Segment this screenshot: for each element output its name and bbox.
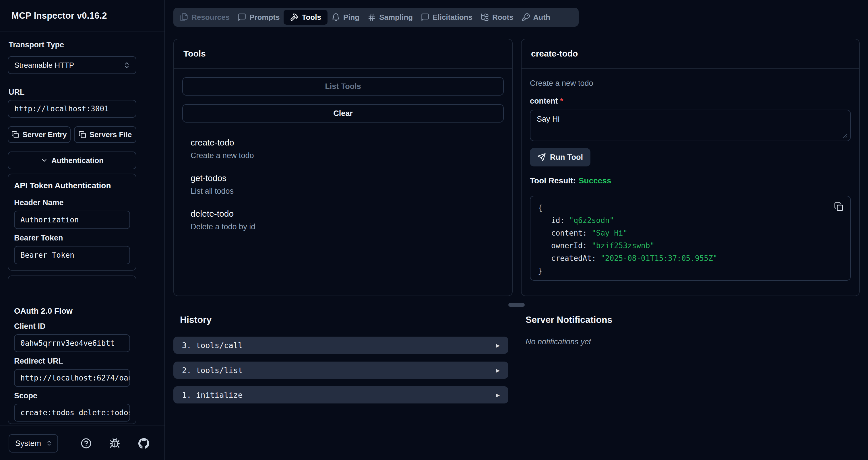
tool-name: delete-todo (191, 209, 504, 219)
help-circle-icon (81, 438, 92, 449)
tab-auth[interactable]: Auth (518, 10, 554, 25)
app-title: MCP Inspector v0.16.2 (11, 11, 107, 21)
json-line: content: "Say Hi" (538, 227, 843, 239)
tool-result-row: Tool Result:Success (530, 176, 851, 185)
scope-input[interactable]: create:todos delete:todos re (14, 404, 130, 422)
help-button[interactable] (79, 436, 93, 450)
tab-ping[interactable]: Ping (328, 10, 363, 25)
sidebar-header: MCP Inspector v0.16.2 (0, 0, 164, 32)
tool-detail-description: Create a new todo (530, 78, 851, 88)
github-button[interactable] (137, 436, 151, 450)
redirect-url-label: Redirect URL (14, 357, 130, 366)
client-id-input[interactable]: 0ahw5qrrnv3eo4ve6ibtt (14, 334, 130, 352)
hammer-icon (290, 13, 299, 22)
vertical-divider[interactable] (517, 305, 517, 460)
history-item-tools-list[interactable]: 2. tools/list ▶ (174, 362, 508, 379)
content-value: Say Hi (537, 115, 560, 123)
theme-select[interactable]: System (9, 434, 58, 453)
json-line: createdAt: "2025-08-01T15:37:05.955Z" (538, 252, 843, 265)
tab-resources[interactable]: Resources (176, 10, 234, 25)
tab-label: Prompts (249, 13, 280, 22)
api-token-section: API Token Authentication Header Name Aut… (8, 174, 136, 271)
tool-list-item-create-todo[interactable]: create-todo Create a new todo (182, 137, 504, 160)
bell-icon (332, 13, 340, 22)
tab-label: Ping (343, 13, 360, 22)
tool-result-label: Tool Result: (530, 176, 576, 185)
servers-file-button[interactable]: Servers File (74, 126, 136, 143)
tab-label: Auth (533, 13, 550, 22)
tool-result-status: Success (579, 176, 611, 185)
run-tool-label: Run Tool (550, 153, 583, 162)
server-entry-button[interactable]: Server Entry (8, 126, 71, 143)
header-name-input[interactable]: Authorization (14, 210, 130, 229)
send-icon (537, 153, 546, 162)
client-id-value: 0ahw5qrrnv3eo4ve6ibtt (20, 339, 115, 348)
tool-result-json: { id: "q6z2sodn" content: "Say Hi" owner… (530, 196, 851, 281)
tab-tools[interactable]: Tools (284, 10, 327, 25)
tab-prompts[interactable]: Prompts (234, 10, 284, 25)
oauth-section: OAuth 2.0 Flow Client ID 0ahw5qrrnv3eo4v… (8, 304, 136, 424)
json-close-brace: } (538, 265, 843, 277)
json-key: content: (551, 229, 587, 237)
tool-description: Create a new todo (191, 151, 504, 160)
json-open-brace: { (538, 201, 843, 214)
bearer-token-input[interactable]: Bearer Token (14, 246, 130, 264)
authentication-toggle[interactable]: Authentication (8, 152, 136, 169)
history-item-tools-call[interactable]: 3. tools/call ▶ (174, 337, 508, 354)
header-name-label: Header Name (14, 198, 130, 207)
chevrons-up-down-icon (123, 61, 131, 69)
key-icon (522, 13, 530, 22)
server-notifications-title: Server Notifications (526, 315, 612, 325)
copy-icon (79, 131, 86, 138)
json-value: "q6z2sodn" (569, 216, 614, 225)
tool-list-item-delete-todo[interactable]: delete-todo Delete a todo by id (182, 209, 504, 232)
oauth-title: OAuth 2.0 Flow (14, 306, 130, 316)
tool-description: Delete a todo by id (191, 222, 504, 232)
tool-list-item-get-todos[interactable]: get-todos List all todos (182, 173, 504, 196)
tool-detail-header: create-todo (522, 39, 859, 69)
json-key: id: (551, 216, 565, 225)
tool-detail-panel: create-todo Create a new todo content* S… (521, 39, 860, 296)
tab-roots[interactable]: Roots (476, 10, 518, 25)
list-tools-button[interactable]: List Tools (182, 77, 504, 96)
tool-detail-title: create-todo (531, 49, 578, 59)
folder-tree-icon (480, 13, 489, 22)
clear-button[interactable]: Clear (182, 104, 504, 123)
tab-label: Roots (492, 13, 514, 22)
tool-name: create-todo (191, 137, 504, 148)
json-key: createdAt: (551, 254, 596, 263)
hash-icon (367, 13, 376, 22)
json-key: ownerId: (551, 241, 587, 250)
debug-button[interactable] (108, 436, 122, 450)
copy-icon (834, 202, 843, 211)
tab-elicitations[interactable]: Elicitations (417, 10, 476, 25)
chevron-down-icon (40, 157, 48, 164)
redirect-url-value: http://localhost:6274/oauth/ (20, 374, 130, 382)
main-tabbar: Resources Prompts Tools Ping Sampling El… (174, 8, 579, 27)
url-label: URL (9, 88, 25, 97)
clipped-section-box (8, 275, 136, 282)
resize-grip-icon[interactable] (843, 133, 848, 138)
transport-type-select[interactable]: Streamable HTTP (8, 56, 136, 74)
history-item-initialize[interactable]: 1. initialize ▶ (174, 386, 508, 403)
run-tool-button[interactable]: Run Tool (530, 148, 590, 166)
url-input[interactable]: http://localhost:3001 (8, 100, 136, 118)
redirect-url-input[interactable]: http://localhost:6274/oauth/ (14, 369, 130, 387)
copy-result-button[interactable] (834, 202, 843, 211)
history-item-label: 3. tools/call (182, 341, 243, 350)
json-line: ownerId: "bzif253zswnb" (538, 239, 843, 252)
bug-icon (110, 438, 120, 449)
sidebar-footer: System (0, 426, 164, 460)
history-item-label: 2. tools/list (182, 366, 243, 375)
server-entry-label: Server Entry (22, 130, 67, 139)
tool-name: get-todos (191, 173, 504, 184)
content-field-label: content* (530, 97, 851, 106)
tab-sampling[interactable]: Sampling (363, 10, 417, 25)
tools-panel-title: Tools (183, 49, 206, 59)
client-id-label: Client ID (14, 322, 130, 331)
github-icon (138, 438, 149, 449)
tab-label: Tools (302, 13, 321, 22)
field-label-text: content (530, 97, 558, 105)
content-textarea[interactable]: Say Hi (530, 110, 851, 141)
servers-file-label: Servers File (90, 130, 132, 139)
